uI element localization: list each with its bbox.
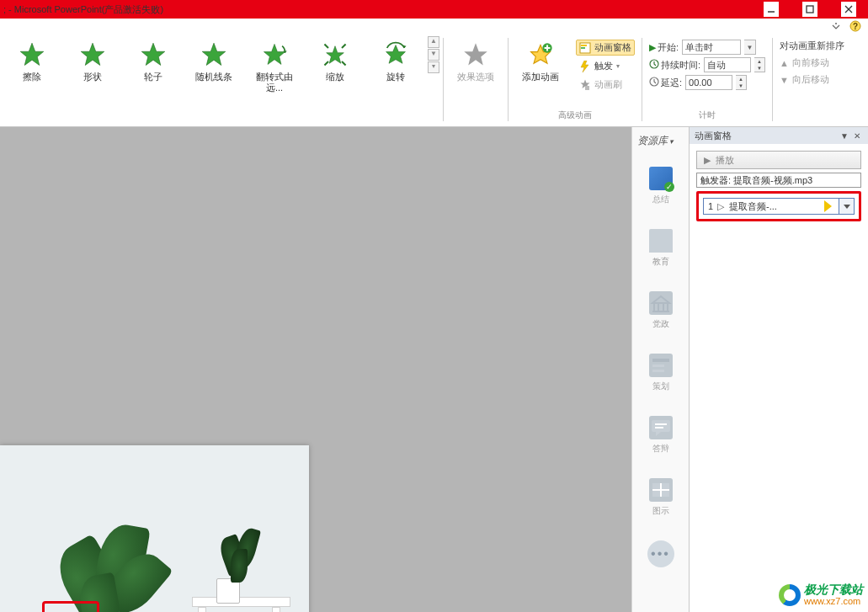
trigger-header[interactable]: 触发器: 提取音频-视频.mp3 [696,173,861,188]
svg-rect-32 [655,427,663,428]
play-triangle-icon: ▶ [704,155,711,166]
star-zoom-icon [322,41,349,68]
up-triangle-icon: ▲ [780,58,789,68]
item-dropdown-icon[interactable] [839,199,854,214]
ribbon-options-icon[interactable] [831,20,843,32]
book-icon [649,229,673,253]
lightning-icon [579,61,591,72]
quickaccess-bar: ? [0,19,868,33]
svg-rect-31 [655,423,667,425]
animation-pane: 动画窗格 ▼ ✕ ▶ 播放 触发器: 提取音频-视频.mp3 1 ▷ 提取音频-… [689,127,868,612]
svg-rect-21 [581,47,585,49]
ribbon: 擦除 形状 轮子 随机线条 翻转式由远... 缩放 [0,33,868,127]
animation-gallery[interactable]: 擦除 形状 轮子 随机线条 翻转式由远... 缩放 [2,36,441,125]
svg-text:?: ? [853,22,858,31]
res-item-more[interactable]: ••• [632,529,689,579]
delay-clock-icon [649,77,659,88]
svg-marker-7 [20,43,44,65]
slide[interactable] [0,445,309,612]
annotation-highlight [42,601,99,612]
anim-wheel[interactable]: 轮子 [123,36,184,82]
anim-spin[interactable]: 旋转 [365,36,426,82]
annotation-highlight-pane: 1 ▷ 提取音频-... [696,191,861,221]
res-item-summary[interactable]: ✓总结 [632,155,689,217]
res-item-defense[interactable]: 答辩 [632,404,689,466]
svg-marker-14 [386,45,406,64]
svg-marker-9 [141,43,165,65]
gallery-scroll[interactable]: ▲ ▼ ▾ [426,36,441,73]
list-icon [649,354,673,377]
svg-rect-20 [581,45,587,46]
animation-pane-button[interactable]: 动画窗格 [576,40,635,56]
play-triangle-icon: ▷ [717,201,729,212]
svg-marker-22 [581,61,588,72]
help-icon[interactable]: ? [849,20,861,32]
animation-painter-button: 动画刷 [576,77,635,93]
start-dropdown[interactable]: 单击时 [682,40,741,55]
anim-random-bars[interactable]: 随机线条 [184,36,244,82]
group-label-timing: 计时 [699,108,716,125]
slide-image [0,445,309,612]
window-title: ; - Microsoft PowerPoint(产品激活失败) [3,3,163,16]
pane-icon [579,42,591,54]
move-later-button: ▼向后移动 [780,73,852,86]
chat-icon [649,416,673,439]
resource-library-title[interactable]: 资源库▾ [632,127,689,155]
anim-shape[interactable]: 形状 [62,36,123,82]
delay-spinner[interactable]: ▲▼ [736,75,747,90]
star-plus-icon [527,41,554,68]
chevron-down-icon[interactable]: ▼ [744,40,756,55]
duration-spinner[interactable]: ▲▼ [754,57,765,72]
star-icon [200,41,227,68]
svg-marker-16 [464,43,487,65]
svg-rect-27 [652,359,669,362]
animation-pane-title: 动画窗格 ▼ ✕ [690,127,868,144]
delay-input[interactable]: 00.00 [685,75,732,90]
summary-icon: ✓ [649,167,673,190]
svg-point-4 [835,23,837,24]
more-icon: ••• [647,540,674,567]
res-item-diagram[interactable]: 图示 [632,466,689,529]
duration-label: 持续时间: [661,59,700,72]
grid-icon [649,478,673,502]
minimize-button[interactable] [764,2,779,17]
window-controls [764,2,865,17]
trigger-button[interactable]: 触发 ▾ [576,58,635,74]
animation-list-item[interactable]: 1 ▷ 提取音频-... [703,198,855,215]
res-item-education[interactable]: 教育 [632,217,689,279]
res-item-planning[interactable]: 策划 [632,342,689,404]
anim-zoom[interactable]: 缩放 [305,36,365,82]
res-item-party[interactable]: 党政 [632,279,689,342]
watermark-name: 极光下载站 [804,583,863,595]
slide-canvas[interactable] [0,127,631,612]
duration-input[interactable]: 自动 [704,57,751,72]
pane-close-icon[interactable]: ✕ [851,131,863,141]
anim-wipe[interactable]: 擦除 [2,36,62,82]
add-animation-button[interactable]: 添加动画 [510,36,571,82]
group-label-advanced: 高级动画 [558,108,592,125]
star-spin-icon [382,41,409,68]
effect-options-button: 效果选项 [445,36,506,82]
maximize-button[interactable] [802,2,817,17]
svg-rect-1 [807,6,813,13]
svg-marker-36 [844,205,850,209]
star-icon [140,41,167,68]
star-icon [19,41,45,68]
svg-marker-8 [81,43,104,65]
play-triangle-icon: ▶ [649,42,656,53]
pane-dropdown-icon[interactable]: ▼ [838,131,851,141]
play-animations-button[interactable]: ▶ 播放 [696,151,861,169]
down-triangle-icon: ▼ [780,75,789,85]
watermark-logo-icon [779,584,801,606]
svg-marker-10 [202,43,226,65]
star-icon [462,41,489,68]
reorder-header: 对动画重新排序 [780,40,852,52]
close-button[interactable] [841,2,856,17]
anim-grow-turn[interactable]: 翻转式由远... [244,36,305,93]
svg-rect-29 [652,370,664,372]
move-earlier-button: ▲向前移动 [780,56,852,69]
svg-marker-11 [264,44,285,64]
main-area: 资源库▾ ✓总结 教育 党政 策划 答辩 图示 ••• 动画窗格 ▼ ✕ ▶ 播… [0,127,868,612]
svg-rect-28 [652,365,664,367]
star-icon [79,41,106,68]
